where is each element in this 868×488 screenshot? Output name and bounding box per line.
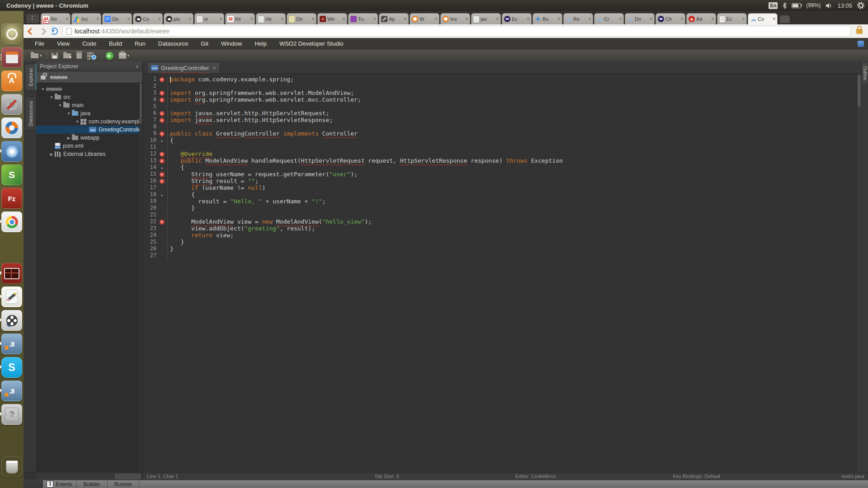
expand-arrow-icon[interactable]: ▶: [66, 136, 72, 140]
close-tab-icon[interactable]: ×: [650, 17, 653, 21]
tab-outline[interactable]: Outline: [862, 63, 868, 84]
close-tab-icon[interactable]: ×: [212, 65, 216, 71]
launcher-item-text-editor[interactable]: [1, 286, 22, 307]
menu-help[interactable]: Help: [248, 38, 273, 50]
deploy-button[interactable]: ▾: [116, 51, 132, 61]
clock[interactable]: 13:05: [837, 2, 852, 9]
launcher-item-terminal[interactable]: [1, 263, 22, 284]
menu-wso2-developer-studio[interactable]: WSO2 Developer Studio: [273, 38, 350, 50]
launcher-item-software-center[interactable]: A: [1, 70, 22, 91]
close-tab-icon[interactable]: ×: [96, 17, 99, 21]
tree-item-main[interactable]: ▼main: [36, 101, 142, 109]
tree-item-eweee[interactable]: ▼eweee: [36, 85, 142, 93]
close-tab-icon[interactable]: ×: [373, 17, 376, 21]
close-tab-icon[interactable]: ×: [189, 17, 192, 21]
close-tab-icon[interactable]: ×: [557, 17, 561, 21]
menu-build[interactable]: Build: [103, 38, 128, 50]
run-button[interactable]: ▶: [103, 51, 116, 61]
close-tab-icon[interactable]: ×: [465, 17, 468, 21]
launcher-item-media-player[interactable]: [1, 310, 22, 331]
launcher-item-filezilla[interactable]: Fz: [1, 188, 22, 209]
close-tab-icon[interactable]: ×: [219, 17, 222, 21]
launcher-item-system-settings[interactable]: [1, 94, 22, 115]
launcher-item-trash[interactable]: [1, 456, 22, 477]
tree-item-greetingcontroller[interactable]: JAVAGreetingController: [36, 126, 142, 134]
browser-tab-we[interactable]: We×: [317, 13, 347, 24]
browser-tab-ad[interactable]: Ad×: [686, 13, 716, 24]
close-project-button[interactable]: ×: [61, 51, 74, 61]
editor-tab-greetingcontroller[interactable]: JAVA GreetingController ×: [147, 62, 220, 73]
close-tab-icon[interactable]: ×: [773, 17, 776, 21]
menu-git[interactable]: Git: [194, 38, 215, 50]
launcher-item-file-manager[interactable]: [1, 47, 22, 68]
tree-item-com-codenvy-example-sp[interactable]: ▼com.codenvy.example.sp: [36, 117, 142, 126]
menu-window[interactable]: Window: [215, 38, 248, 50]
browser-tab-tu[interactable]: Tu×: [348, 13, 378, 24]
menu-file[interactable]: File: [28, 38, 51, 50]
close-tab-icon[interactable]: ×: [250, 17, 253, 21]
lock-icon[interactable]: [856, 29, 863, 34]
launcher-item-unknown-app[interactable]: ?: [1, 404, 22, 425]
fold-arrow-icon[interactable]: ▾: [156, 136, 167, 145]
menu-view[interactable]: View: [51, 38, 76, 50]
expand-arrow-icon[interactable]: ▼: [57, 103, 63, 108]
status-key-bindings[interactable]: Key Bindings: Default: [673, 474, 720, 479]
browser-tab-de[interactable]: De×: [102, 13, 132, 24]
close-tab-icon[interactable]: ×: [742, 17, 745, 21]
launcher-item-intellij-idea-2[interactable]: JI: [1, 380, 22, 401]
launcher-item-green-s-app[interactable]: S: [1, 164, 22, 185]
build-button[interactable]: 101100110: [85, 51, 99, 61]
tab-explorer[interactable]: Explorer: [25, 64, 37, 90]
bottom-tab-builder[interactable]: Builder: [76, 480, 108, 488]
browser-tab-co[interactable]: Co×: [133, 13, 163, 24]
browser-tab-bu[interactable]: Bu×: [533, 13, 562, 24]
close-tab-icon[interactable]: ×: [66, 17, 69, 21]
delete-button[interactable]: [74, 51, 85, 61]
battery-icon[interactable]: [792, 3, 801, 8]
close-tab-icon[interactable]: ×: [404, 17, 407, 21]
launcher-item-swirl-app[interactable]: [1, 117, 22, 138]
code-editor[interactable]: 1×package com.codenvy.example.spring;23×…: [143, 74, 861, 473]
back-button[interactable]: [26, 27, 35, 36]
expand-arrow-icon[interactable]: ▶: [48, 152, 55, 156]
close-tab-icon[interactable]: ×: [496, 17, 499, 21]
new-tab-button[interactable]: [780, 15, 790, 23]
launcher-item-chrome-browser[interactable]: [1, 211, 22, 232]
browser-tab-plu[interactable]: plu×: [164, 13, 193, 24]
menu-datasource[interactable]: Datasource: [152, 38, 194, 50]
browser-tab-ap[interactable]: Ap×: [379, 13, 409, 24]
tree-item-webapp[interactable]: ▶webapp: [36, 134, 142, 142]
browser-tab-int[interactable]: MInt×: [225, 13, 255, 24]
launcher-item-intellij-idea[interactable]: JI: [1, 333, 22, 354]
bottom-tab-events[interactable]: 1Events: [43, 480, 76, 488]
close-tab-icon[interactable]: ×: [127, 17, 130, 21]
tree-item-java[interactable]: ▼java: [36, 109, 142, 117]
close-tab-icon[interactable]: ×: [158, 17, 161, 21]
browser-tab-re[interactable]: M90+Re×: [41, 13, 71, 24]
browser-tab-cr[interactable]: ☁Cr×: [594, 13, 624, 24]
browser-tab-ec[interactable]: Ec×: [502, 13, 532, 24]
session-gear-icon[interactable]: [857, 2, 864, 9]
menubar-right-icon[interactable]: [858, 41, 864, 47]
fold-arrow-icon[interactable]: ▾: [156, 191, 167, 199]
collapse-panel-button[interactable]: «: [136, 63, 139, 70]
browser-tab-do[interactable]: ☁Do×: [625, 13, 655, 24]
tree-item-pom-xml[interactable]: pompom.xml: [36, 142, 142, 150]
bottom-tab-runner[interactable]: Runner: [108, 480, 139, 488]
close-tab-icon[interactable]: ×: [342, 17, 345, 21]
menu-code[interactable]: Code: [76, 38, 103, 50]
browser-tab-re[interactable]: ☁Re×: [563, 13, 593, 24]
browser-tab-w[interactable]: W×: [410, 13, 439, 24]
editor-scrollbar[interactable]: [857, 74, 861, 473]
launcher-item-chromium-browser[interactable]: [1, 141, 22, 162]
reload-button[interactable]: [50, 27, 59, 36]
bluetooth-icon[interactable]: [783, 2, 787, 9]
browser-tab-ins[interactable]: Ins×: [440, 13, 470, 24]
close-tab-icon[interactable]: ×: [434, 17, 438, 21]
close-tab-icon[interactable]: ×: [281, 17, 284, 21]
explorer-scrollbar[interactable]: [139, 82, 142, 473]
volume-icon[interactable]: [826, 3, 832, 9]
close-tab-icon[interactable]: ×: [619, 17, 622, 21]
browser-tab-ec[interactable]: Ec×: [717, 13, 747, 24]
browser-tab-ch[interactable]: Ch×: [656, 13, 685, 24]
